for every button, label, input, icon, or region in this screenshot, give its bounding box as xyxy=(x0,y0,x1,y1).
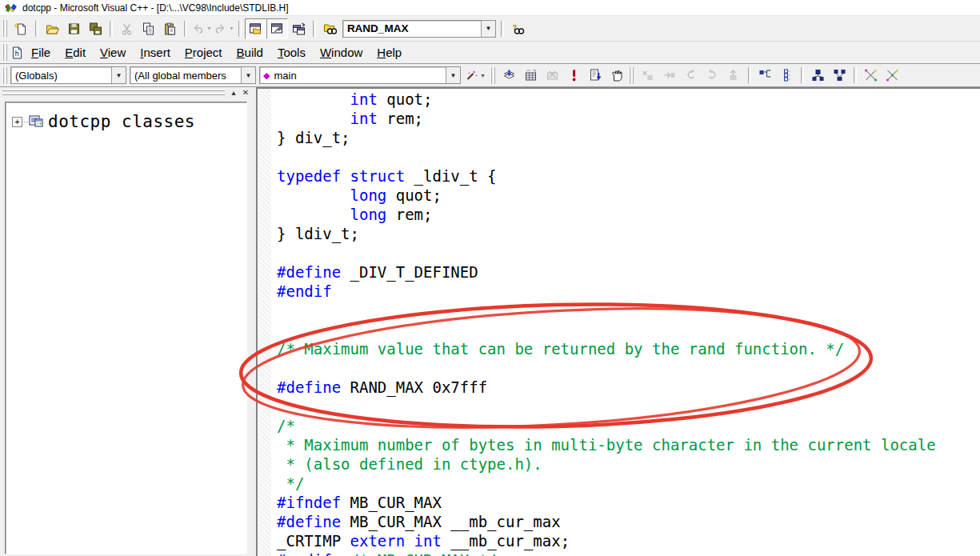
scope-combo[interactable]: (Globals) ▼ xyxy=(10,66,126,84)
members-combo-dropdown-icon[interactable]: ▼ xyxy=(241,67,255,83)
code-line[interactable] xyxy=(277,147,936,166)
callers-graph-button[interactable] xyxy=(829,65,850,86)
redo-button[interactable]: ▼ xyxy=(213,18,235,39)
workspace-gripper[interactable] xyxy=(2,90,225,98)
save-button[interactable] xyxy=(63,18,85,39)
cut-button[interactable] xyxy=(116,18,138,39)
class-view-tree: + dotcpp classes xyxy=(5,102,247,554)
code-line[interactable]: * (also defined in ctype.h). xyxy=(277,454,936,474)
menu-item-build[interactable]: Build xyxy=(230,44,270,61)
find-combo[interactable]: RAND_MAX ▼ xyxy=(342,20,496,38)
menu-item-help[interactable]: Help xyxy=(370,44,409,61)
undo-dropdown-icon[interactable]: ▼ xyxy=(206,26,212,31)
go-button[interactable] xyxy=(585,65,606,86)
menu-item-project[interactable]: Project xyxy=(178,44,230,61)
references-button[interactable] xyxy=(860,65,882,86)
build-button[interactable] xyxy=(520,65,542,86)
remove-all-breakpoints-button[interactable] xyxy=(637,65,658,86)
call-graph-icon xyxy=(811,69,825,82)
code-line[interactable]: * Maximum number of bytes in multi-byte … xyxy=(277,435,936,454)
code-line[interactable] xyxy=(277,301,936,320)
tree-expand-icon[interactable]: + xyxy=(12,117,22,127)
function-combo[interactable]: ◆ main ▼ xyxy=(259,66,461,84)
code-line[interactable]: int quot; xyxy=(277,90,936,109)
build-execute-button[interactable] xyxy=(563,65,585,86)
call-graph-button[interactable] xyxy=(807,65,829,86)
menu-item-insert[interactable]: Insert xyxy=(133,44,178,61)
code-line[interactable]: long quot; xyxy=(277,186,936,205)
workspace-close-button[interactable]: ✕ xyxy=(240,88,251,98)
copy-button[interactable] xyxy=(138,18,159,39)
function-combo-dropdown-icon[interactable]: ▼ xyxy=(446,67,460,83)
code-line[interactable]: typedef struct _ldiv_t { xyxy=(277,166,936,186)
code-line[interactable]: #define MB_CUR_MAX __mb_cur_max xyxy=(277,512,936,531)
undo-button[interactable]: ▼ xyxy=(190,18,213,39)
code-line[interactable]: */ xyxy=(277,474,936,493)
stop-build-button[interactable] xyxy=(542,65,563,86)
tree-root-label[interactable]: dotcpp classes xyxy=(48,112,195,131)
toggle-windows-button[interactable] xyxy=(288,18,310,39)
code-line[interactable]: long rem; xyxy=(277,205,936,224)
callers-graph-icon xyxy=(833,69,846,82)
menu-item-window[interactable]: Window xyxy=(313,44,370,61)
breakpoint-hand-icon xyxy=(610,69,624,82)
code-line[interactable]: _CRTIMP extern int __mb_cur_max; xyxy=(277,531,936,550)
redo-dropdown-icon[interactable]: ▼ xyxy=(229,26,234,31)
step-back-button[interactable] xyxy=(680,65,702,86)
code-line[interactable]: #endif /* MB_CUR_MAX */ xyxy=(277,550,936,556)
function-combo-value: main xyxy=(270,70,446,82)
code-editor[interactable]: int quot; int rem;} div_t; typedef struc… xyxy=(256,87,980,556)
paste-button[interactable] xyxy=(159,18,181,39)
new-text-file-button[interactable] xyxy=(10,18,32,39)
wizard-bar-actions-button[interactable]: ▼ xyxy=(461,65,490,86)
find-combo-value: RAND_MAX xyxy=(343,22,481,34)
menu-item-view[interactable]: View xyxy=(93,44,133,61)
code-line[interactable] xyxy=(277,320,936,339)
pop-context-button[interactable] xyxy=(723,65,745,86)
code-line[interactable]: #define _DIV_T_DEFINED xyxy=(277,262,936,282)
find-in-files-button[interactable] xyxy=(319,18,341,39)
code-line[interactable] xyxy=(277,243,936,262)
toggle-output-button[interactable] xyxy=(266,18,288,39)
scope-combo-dropdown-icon[interactable]: ▼ xyxy=(111,67,126,83)
toolbar-gripper[interactable] xyxy=(490,67,496,84)
code-line[interactable]: #endif xyxy=(277,282,936,301)
selection-margin[interactable] xyxy=(259,89,271,556)
code-line[interactable]: int rem; xyxy=(277,109,936,128)
toolbar-gripper[interactable] xyxy=(2,20,8,37)
code-line[interactable]: } ldiv_t; xyxy=(277,224,936,243)
workspace-minimize-button[interactable]: ▴ xyxy=(228,88,239,98)
class-view-icon xyxy=(28,114,44,129)
tree-root-dotcpp-classes[interactable]: + dotcpp classes xyxy=(12,112,246,131)
code-line[interactable] xyxy=(277,397,936,416)
save-all-button[interactable] xyxy=(85,18,106,39)
toolbar-gripper[interactable] xyxy=(2,67,8,84)
toggle-workspace-button[interactable] xyxy=(245,18,266,39)
run-to-cursor-icon xyxy=(662,69,676,82)
run-to-cursor-button[interactable] xyxy=(658,65,680,86)
code-content[interactable]: int quot; int rem;} div_t; typedef struc… xyxy=(277,90,936,556)
wizard-build-toolbar: (Globals) ▼ (All global members ▼ ◆ main… xyxy=(0,64,980,87)
code-line[interactable]: /* Maximum value that can be returned by… xyxy=(277,339,936,358)
find-combo-dropdown-icon[interactable]: ▼ xyxy=(481,21,495,37)
search-button[interactable]: ? xyxy=(507,18,529,39)
base-classes-button[interactable] xyxy=(754,65,776,86)
definitions-button[interactable] xyxy=(882,65,903,86)
toolbar-gripper[interactable] xyxy=(629,67,634,84)
code-line[interactable]: #define RAND_MAX 0x7fff xyxy=(277,378,936,397)
step-forward-button[interactable] xyxy=(702,65,723,86)
insert-remove-breakpoint-button[interactable] xyxy=(606,65,628,86)
wizard-dropdown-icon[interactable]: ▼ xyxy=(480,73,486,78)
menu-item-file[interactable]: File xyxy=(24,44,58,61)
menu-item-edit[interactable]: Edit xyxy=(58,44,93,61)
open-button[interactable] xyxy=(42,18,63,39)
compile-button[interactable] xyxy=(498,65,520,86)
code-line[interactable]: } div_t; xyxy=(277,128,936,147)
code-line[interactable] xyxy=(277,358,936,378)
code-line[interactable]: /* xyxy=(277,416,936,435)
members-combo[interactable]: (All global members ▼ xyxy=(130,66,256,84)
menu-item-tools[interactable]: Tools xyxy=(270,44,313,61)
code-line[interactable]: #ifndef MB_CUR_MAX xyxy=(277,493,936,512)
menubar-gripper[interactable] xyxy=(2,44,8,61)
derived-classes-button[interactable] xyxy=(776,65,798,86)
